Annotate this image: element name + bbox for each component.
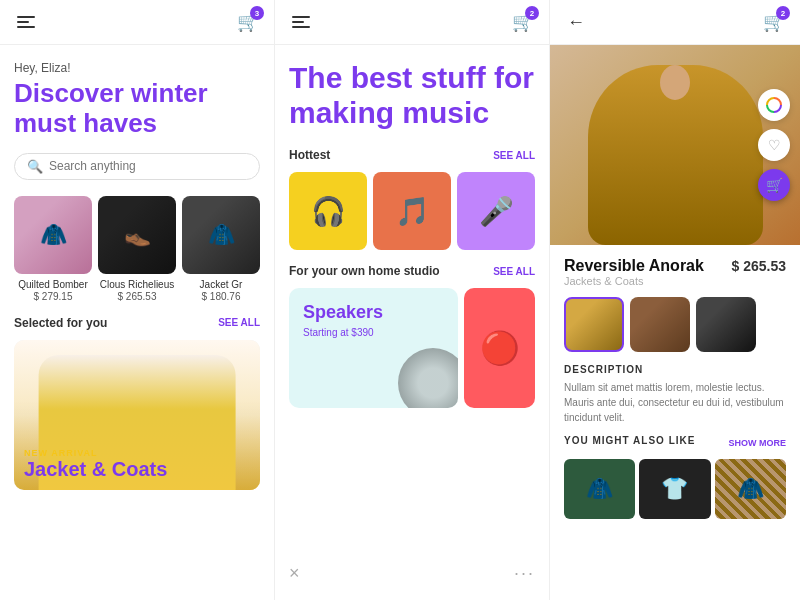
add-to-cart-button[interactable]: 🛒 [758, 169, 790, 201]
music-panel: The best stuff for making music Hottest … [275, 45, 550, 600]
search-bar[interactable]: 🔍 [14, 153, 260, 180]
might-like-section: YOU MIGHT ALSO LIKE SHOW MORE 🧥 👕 🧥 [564, 435, 786, 519]
p3-category: Jackets & Coats [564, 275, 786, 287]
might-like-label: YOU MIGHT ALSO LIKE [564, 435, 695, 446]
selected-for-you-header: Selected for you SEE ALL [14, 316, 260, 330]
cart-icon-2[interactable]: 🛒 2 [511, 10, 535, 34]
selected-label: Selected for you [14, 316, 107, 330]
speakers-title: Speakers [303, 302, 444, 323]
music-items-grid: 🎧 🎵 🎤 [289, 172, 535, 250]
product-price-2: $ 265.53 [98, 291, 176, 302]
color-thumb-brown[interactable] [630, 297, 690, 352]
see-all-hottest[interactable]: SEE ALL [493, 150, 535, 161]
featured-category-label: Jacket & Coats [24, 458, 250, 480]
cables-icon: 🎵 [373, 172, 451, 250]
studio-cards: Speakers Starting at $390 🔴 [289, 288, 535, 408]
home-studio-label: For your own home studio [289, 264, 440, 278]
product-thumbs: 🧥 Quilted Bomber $ 279.15 👞 Clous Richel… [14, 196, 260, 302]
product-thumb-2[interactable]: 👞 Clous Richelieus $ 265.53 [98, 196, 176, 302]
description-text: Nullam sit amet mattis lorem, molestie l… [564, 380, 786, 425]
panel2-footer: × ··· [289, 551, 535, 584]
p3-product-name-row: Reversible Anorak $ 265.53 [564, 257, 786, 275]
show-more-button[interactable]: SHOW MORE [729, 438, 787, 448]
music-panel-title: The best stuff for making music [289, 61, 535, 130]
music-item-cables[interactable]: 🎵 [373, 172, 451, 250]
color-thumbnails [564, 297, 786, 352]
p3-price: $ 265.53 [732, 258, 787, 274]
music-item-accessory[interactable]: 🎤 [457, 172, 535, 250]
headphones-icon: 🎧 [289, 172, 367, 250]
product-hero-image: ♡ 🛒 [550, 45, 800, 245]
search-icon: 🔍 [27, 159, 43, 174]
panel1-headline: Discover winter must haves [14, 79, 260, 139]
might-item-3[interactable]: 🧥 [715, 459, 786, 519]
might-item-2[interactable]: 👕 [639, 459, 710, 519]
red-studio-card[interactable]: 🔴 [464, 288, 535, 408]
accessory-icon: 🎤 [457, 172, 535, 250]
home-studio-header: For your own home studio SEE ALL [289, 264, 535, 278]
cart-badge-1: 3 [250, 6, 264, 20]
description-section: DESCRIPTION Nullam sit amet mattis lorem… [564, 364, 786, 425]
product-thumb-1[interactable]: 🧥 Quilted Bomber $ 279.15 [14, 196, 92, 302]
product-price-3: $ 180.76 [182, 291, 260, 302]
product-image-1: 🧥 [14, 196, 92, 274]
hottest-label: Hottest [289, 148, 330, 162]
might-item-1[interactable]: 🧥 [564, 459, 635, 519]
back-icon[interactable]: ← [564, 10, 588, 34]
product-detail-panel: ♡ 🛒 Reversible Anorak $ 265.53 Jackets &… [550, 45, 800, 600]
featured-new-label: NEW ARRIVAL [24, 448, 250, 458]
home-studio-section: For your own home studio SEE ALL Speaker… [289, 264, 535, 408]
cart-badge-2: 2 [525, 6, 539, 20]
product-image-3: 🧥 [182, 196, 260, 274]
cart-icon-1[interactable]: 🛒 3 [236, 10, 260, 34]
hottest-header: Hottest SEE ALL [289, 148, 535, 162]
product-name-2: Clous Richelieus [98, 279, 176, 291]
more-options-button[interactable]: ··· [514, 563, 535, 584]
color-thumb-black[interactable] [696, 297, 756, 352]
music-item-headphones[interactable]: 🎧 [289, 172, 367, 250]
product-image-2: 👞 [98, 196, 176, 274]
product-name-1: Quilted Bomber [14, 279, 92, 291]
featured-jacket-image[interactable]: NEW ARRIVAL Jacket & Coats [14, 340, 260, 490]
menu-icon[interactable] [14, 10, 38, 34]
search-input[interactable] [49, 159, 247, 173]
cart-badge-3: 2 [776, 6, 790, 20]
cart-icon-3[interactable]: 🛒 2 [762, 10, 786, 34]
product-thumb-3[interactable]: 🧥 Jacket Gr $ 180.76 [182, 196, 260, 302]
color-thumb-yellow[interactable] [564, 297, 624, 352]
product-price-1: $ 279.15 [14, 291, 92, 302]
home-panel: Hey, Eliza! Discover winter must haves 🔍… [0, 45, 275, 600]
description-label: DESCRIPTION [564, 364, 786, 375]
studio-icon: 🔴 [480, 329, 520, 367]
p3-name: Reversible Anorak [564, 257, 704, 275]
product-name-3: Jacket Gr [182, 279, 260, 291]
see-all-studio[interactable]: SEE ALL [493, 266, 535, 277]
close-button[interactable]: × [289, 563, 300, 584]
product-hero-actions: ♡ 🛒 [758, 89, 790, 201]
p3-product-info: Reversible Anorak $ 265.53 Jackets & Coa… [550, 245, 800, 541]
greeting-text: Hey, Eliza! [14, 61, 260, 75]
might-like-header: YOU MIGHT ALSO LIKE SHOW MORE [564, 435, 786, 451]
speakers-card[interactable]: Speakers Starting at $390 [289, 288, 458, 408]
wishlist-button[interactable]: ♡ [758, 129, 790, 161]
see-all-selected[interactable]: SEE ALL [218, 317, 260, 328]
might-like-items: 🧥 👕 🧥 [564, 459, 786, 519]
filter-icon-2[interactable] [289, 10, 313, 34]
speakers-sub: Starting at $390 [303, 327, 444, 338]
color-picker-btn[interactable] [758, 89, 790, 121]
